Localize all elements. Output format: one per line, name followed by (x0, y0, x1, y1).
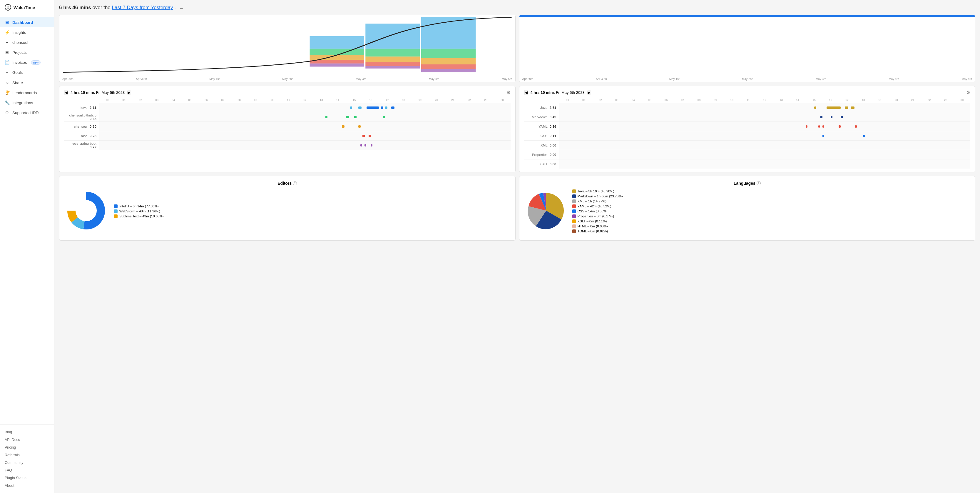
stacked-area-svg (63, 18, 512, 74)
editors-legend: IntelliJ – 5h 14m (77.36%) WebStorm – 48… (114, 204, 164, 218)
right-chart-x-axis: Apr 29th Apr 30th May 1st May 2nd May 3r… (522, 77, 972, 81)
legend-properties: Properties – 0m (0.17%) (572, 214, 623, 218)
footer-link-community[interactable]: Community (0, 459, 54, 466)
sidebar-item-leaderboards[interactable]: 🏆 Leaderboards (0, 88, 54, 98)
timeline-prev-btn[interactable]: ◀ (64, 90, 68, 95)
period-link[interactable]: Last 7 Days from Yesterday (112, 5, 173, 10)
webstorm-color (114, 209, 118, 213)
app-name: WakaTime (14, 5, 35, 10)
svg-rect-9 (365, 66, 420, 69)
leaderboards-icon: 🏆 (5, 90, 10, 95)
project-row-chensoul-github: chensoul.github.io 0:38 (64, 112, 511, 121)
app-logo[interactable]: ⊙ WakaTime (0, 0, 54, 15)
sidebar-item-dashboard[interactable]: ⊞ Dashboard (0, 18, 54, 27)
sidebar-item-share[interactable]: ⎋ Share (0, 78, 54, 88)
svg-rect-13 (421, 64, 476, 69)
sidebar-item-label: Supported IDEs (12, 111, 40, 115)
svg-rect-8 (365, 62, 420, 66)
footer-link-pricing[interactable]: Pricing (0, 444, 54, 451)
sidebar-item-integrations[interactable]: 🔧 Integrations (0, 98, 54, 108)
editors-info-icon[interactable]: ? (293, 181, 297, 185)
languages-legend: Java – 3h 10m (46.90%) Markdown – 1h 36m… (572, 190, 623, 233)
timeline-title-left: 4 hrs 10 mins Fri May 5th 2023 (70, 90, 125, 95)
weekly-bar-chart-left: Apr 29th Apr 30th May 1st May 2nd May 3r… (59, 15, 515, 82)
project-row-chensoul: chensoul 0:30 (64, 121, 511, 131)
sidebar-item-label: Goals (12, 70, 22, 75)
lang-row-properties: Properties 0:00 (524, 150, 970, 159)
lang-row-yaml: YAML 0:16 (524, 121, 970, 131)
sidebar-nav: ⊞ Dashboard ⚡ Insights ✦ chensoul ⊞ Proj… (0, 15, 54, 424)
dashboard-icon: ⊞ (5, 20, 10, 25)
legend-sublime: Sublime Text – 43m (10.68%) (114, 214, 164, 218)
languages-timeline-card: ◀ 4 hrs 10 mins Fri May 5th 2023 ▶ ⚙ 00 … (519, 86, 975, 172)
languages-info-icon[interactable]: ? (757, 181, 761, 185)
sidebar-item-insights[interactable]: ⚡ Insights (0, 27, 54, 37)
total-duration: 6 hrs 46 mins (59, 5, 91, 10)
footer-link-faq[interactable]: FAQ (0, 466, 54, 474)
sidebar-item-projects[interactable]: ⊞ Projects (0, 47, 54, 57)
chensoul-icon: ✦ (5, 40, 10, 45)
projects-timeline-card: ◀ 4 hrs 10 mins Fri May 5th 2023 ▶ ⚙ 00 … (59, 86, 515, 172)
legend-xslt: XSLT – 0m (0.11%) (572, 219, 623, 223)
svg-rect-2 (310, 55, 364, 60)
sidebar-item-chensoul[interactable]: ✦ chensoul (0, 37, 54, 47)
integrations-icon: 🔧 (5, 100, 10, 105)
legend-java: Java – 3h 10m (46.90%) (572, 190, 623, 193)
svg-rect-11 (421, 49, 476, 58)
svg-rect-3 (310, 60, 364, 64)
timeline-next-btn[interactable]: ▶ (127, 90, 131, 95)
project-row-rose-spring-boot: rose-spring-boot 0:22 (64, 140, 511, 150)
svg-rect-7 (365, 56, 420, 62)
legend-intellij: IntelliJ – 5h 14m (77.36%) (114, 204, 164, 208)
lang-row-markdown: Markdown 0:49 (524, 112, 970, 121)
editors-donut-content: IntelliJ – 5h 14m (77.36%) WebStorm – 48… (64, 188, 511, 234)
sidebar-item-label: Share (12, 81, 23, 85)
intellij-color (114, 204, 118, 208)
lang-row-xslt: XSLT 0:00 (524, 159, 970, 169)
legend-html: HTML – 0m (0.03%) (572, 225, 623, 228)
pie-charts-row: Editors ? (59, 176, 975, 241)
legend-yaml: YAML – 42m (10.52%) (572, 204, 623, 208)
logo-icon: ⊙ (5, 4, 11, 11)
svg-rect-4 (310, 64, 364, 67)
legend-xml: XML – 1h (14.97%) (572, 199, 623, 203)
footer-link-plugin-status[interactable]: Plugin Status (0, 474, 54, 482)
bar-chart-bars (522, 20, 972, 74)
footer-link-api-docs[interactable]: API Docs (0, 436, 54, 444)
sidebar-item-invoices[interactable]: 📄 Invoices new (0, 57, 54, 67)
insights-icon: ⚡ (5, 30, 10, 35)
sidebar-item-supported-ides[interactable]: ⊕ Supported IDEs (0, 108, 54, 118)
svg-rect-0 (310, 36, 364, 49)
sublime-color (114, 214, 118, 218)
editors-chart-card: Editors ? (59, 176, 515, 241)
languages-pie-content: Java – 3h 10m (46.90%) Markdown – 1h 36m… (524, 188, 970, 234)
legend-webstorm: WebStorm – 48m (11.96%) (114, 209, 164, 213)
svg-rect-14 (421, 69, 476, 72)
cloud-icon: ☁ (179, 5, 183, 10)
project-row-luwu: luwu 2:11 (64, 103, 511, 112)
svg-point-18 (76, 200, 96, 221)
footer-link-blog[interactable]: Blog (0, 428, 54, 436)
sidebar-item-label: Leaderboards (12, 91, 37, 95)
timeline-settings-btn-right[interactable]: ⚙ (966, 90, 970, 95)
lang-row-java: Java 2:51 (524, 103, 970, 112)
time-axis-left: 00 01 02 03 04 05 06 07 08 09 10 11 12 1… (64, 98, 511, 102)
editors-donut-svg (64, 188, 108, 234)
svg-rect-5 (365, 24, 420, 48)
project-row-rose: rose 0:28 (64, 131, 511, 140)
editors-chart-title: Editors (277, 181, 291, 186)
footer-link-about[interactable]: About (0, 482, 54, 490)
main-header: 6 hrs 46 mins over the Last 7 Days from … (59, 5, 975, 11)
share-icon: ⎋ (5, 80, 10, 85)
timeline-next-btn-right[interactable]: ▶ (587, 90, 591, 95)
timeline-prev-btn-right[interactable]: ◀ (524, 90, 528, 95)
timeline-settings-btn-left[interactable]: ⚙ (506, 90, 511, 95)
new-badge: new (31, 60, 41, 65)
svg-rect-6 (365, 49, 420, 57)
sidebar-item-goals[interactable]: ⌖ Goals (0, 67, 54, 78)
svg-rect-1 (310, 49, 364, 55)
sidebar: ⊙ WakaTime ⊞ Dashboard ⚡ Insights ✦ chen… (0, 0, 54, 493)
goals-icon: ⌖ (5, 70, 10, 75)
sidebar-item-label: Projects (12, 50, 27, 55)
footer-link-referrals[interactable]: Referrals (0, 451, 54, 459)
